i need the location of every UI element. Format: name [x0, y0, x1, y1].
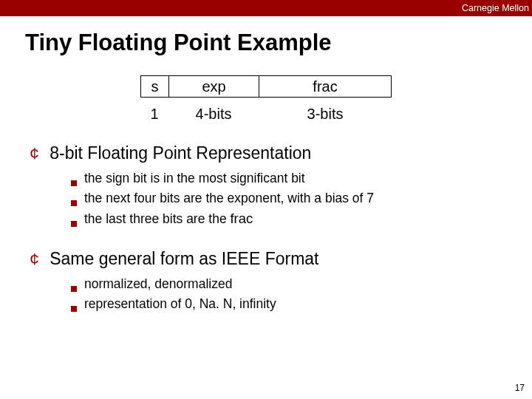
field-header-frac: frac: [259, 75, 392, 98]
field-header-sign: s: [140, 75, 168, 98]
list-item-text: representation of 0, Na. N, infinity: [84, 296, 276, 312]
field-width-sign: 1: [140, 98, 168, 124]
list-item-text: the last three bits are the frac: [84, 211, 253, 227]
square-bullet-icon: [71, 221, 77, 227]
section-1: ¢ 8-bit Floating Point Representation: [0, 143, 532, 163]
list-item-text: the sign bit is in the most significant …: [84, 171, 305, 186]
square-bullet-icon: [71, 306, 77, 312]
section-1-items: the sign bit is in the most significant …: [71, 171, 532, 227]
section-2-items: normalized, denormalized representation …: [71, 276, 532, 312]
list-item: the sign bit is in the most significant …: [71, 171, 532, 186]
list-item: the next four bits are the exponent, wit…: [71, 191, 532, 206]
page-number: 17: [515, 383, 525, 393]
list-item: representation of 0, Na. N, infinity: [71, 296, 532, 312]
bullet-icon: ¢: [30, 147, 39, 163]
list-item-text: normalized, denormalized: [84, 276, 232, 292]
section-headline: Same general form as IEEE Format: [50, 249, 318, 269]
square-bullet-icon: [71, 286, 77, 292]
field-width-frac: 3-bits: [259, 98, 392, 124]
square-bullet-icon: [71, 180, 77, 186]
list-item: normalized, denormalized: [71, 276, 532, 292]
bullet-icon: ¢: [30, 253, 39, 269]
bitfield-diagram: s exp frac 1 4-bits 3-bits: [0, 75, 532, 124]
list-item-text: the next four bits are the exponent, wit…: [84, 191, 374, 206]
field-width-exp: 4-bits: [168, 98, 259, 124]
field-header-exp: exp: [168, 75, 259, 98]
section-2: ¢ Same general form as IEEE Format: [0, 249, 532, 269]
brand-text: Carnegie Mellon: [462, 0, 532, 16]
section-headline: 8-bit Floating Point Representation: [50, 143, 311, 163]
square-bullet-icon: [71, 200, 77, 206]
brand-bar: Carnegie Mellon: [0, 0, 532, 16]
slide-title: Tiny Floating Point Example: [25, 30, 532, 56]
list-item: the last three bits are the frac: [71, 211, 532, 227]
